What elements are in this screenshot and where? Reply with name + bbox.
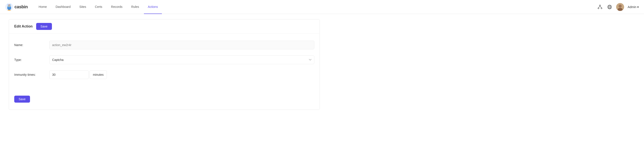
save-button-bottom[interactable]: Save [14, 96, 30, 103]
svg-point-12 [9, 4, 10, 5]
nav-links: Home Dashboard Sites Certs Records Rules… [34, 0, 597, 14]
form-row-type: Type: Captcha [14, 56, 314, 64]
card-footer: Save [9, 92, 320, 110]
network-icon[interactable] [597, 4, 603, 10]
avatar[interactable] [616, 3, 624, 11]
svg-line-16 [598, 6, 600, 8]
nav-records[interactable]: Records [107, 0, 126, 14]
nav-dashboard[interactable]: Dashboard [52, 0, 75, 14]
nav-home[interactable]: Home [34, 0, 50, 14]
immunity-unit: minutes [90, 70, 107, 79]
avatar-image [616, 3, 624, 11]
name-input[interactable] [49, 41, 314, 49]
svg-line-17 [600, 6, 602, 8]
card-title: Edit Action [14, 24, 33, 28]
card-header: Edit Action Save [9, 19, 320, 34]
edit-action-card: Edit Action Save Name: Type: Captcha Imm… [9, 19, 320, 110]
svg-point-8 [10, 6, 10, 6]
logo-area: casbin [5, 3, 28, 11]
svg-point-14 [598, 8, 599, 9]
immunity-input[interactable] [49, 70, 89, 79]
logo-icon [5, 3, 13, 11]
nav-rules[interactable]: Rules [127, 0, 143, 14]
svg-point-24 [618, 4, 622, 8]
admin-dropdown[interactable]: Admin ▾ [628, 5, 639, 9]
nav-actions[interactable]: Actions [144, 0, 162, 14]
svg-point-15 [601, 8, 602, 9]
globe-icon[interactable] [606, 4, 613, 10]
name-label: Name: [14, 43, 49, 47]
main-content: Edit Action Save Name: Type: Captcha Imm… [0, 14, 328, 115]
type-label: Type: [14, 58, 49, 62]
svg-point-13 [600, 5, 601, 6]
nav-certs[interactable]: Certs [91, 0, 106, 14]
header-right: Admin ▾ [597, 3, 639, 11]
immunity-label: Immunity times: [14, 73, 49, 77]
save-button-top[interactable]: Save [36, 23, 52, 30]
card-body: Name: Type: Captcha Immunity times: minu… [9, 34, 320, 92]
admin-text: Admin [628, 5, 636, 9]
chevron-down-icon: ▾ [637, 5, 639, 9]
svg-point-7 [8, 6, 9, 6]
header: casbin Home Dashboard Sites Certs Record… [0, 0, 644, 14]
type-select[interactable]: Captcha [49, 56, 314, 64]
nav-sites[interactable]: Sites [75, 0, 90, 14]
form-row-immunity: Immunity times: minutes [14, 70, 314, 79]
logo-text: casbin [14, 4, 28, 9]
form-row-name: Name: [14, 41, 314, 49]
